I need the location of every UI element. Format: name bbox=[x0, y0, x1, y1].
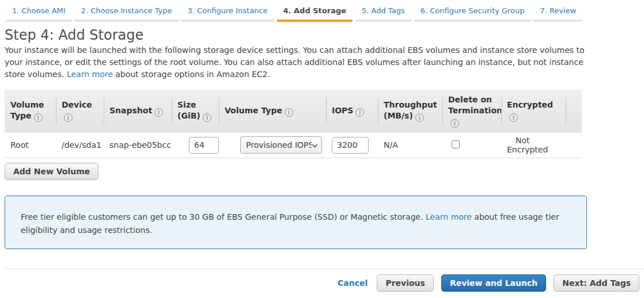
previous-button[interactable]: Previous bbox=[377, 274, 434, 292]
cell-volume-type-select: Provisioned IOPS bbox=[219, 136, 326, 154]
iops-input[interactable] bbox=[332, 137, 369, 154]
info-icon[interactable]: i bbox=[34, 113, 43, 122]
col-header-iops: IOPSi bbox=[326, 90, 378, 132]
cell-volume-type: Root bbox=[5, 140, 56, 150]
tab-add-tags[interactable]: 5. Add Tags bbox=[355, 5, 411, 22]
notice-text-before: Free tier eligible customers can get up … bbox=[21, 212, 426, 221]
info-icon[interactable]: i bbox=[285, 108, 293, 117]
col-header-volume-type-select: Volume Typei bbox=[219, 90, 326, 132]
footer-divider bbox=[5, 268, 644, 269]
info-icon[interactable]: i bbox=[509, 113, 518, 122]
cell-encrypted: Not Encrypted bbox=[501, 136, 566, 154]
info-icon[interactable]: i bbox=[64, 113, 73, 122]
col-header-volume-type: Volume Typei bbox=[5, 90, 56, 132]
info-icon[interactable]: i bbox=[154, 108, 163, 117]
chevron-down-icon bbox=[312, 140, 318, 150]
col-header-encrypted: Encrypted i bbox=[501, 90, 566, 132]
cell-size bbox=[172, 137, 219, 154]
intro-text-after: about storage options in Amazon EC2. bbox=[113, 70, 270, 79]
footer-actions: Cancel Previous Review and Launch Next: … bbox=[338, 274, 639, 292]
col-header-delete-on-termination: Delete on Termination i bbox=[442, 90, 501, 132]
col-header-throughput: Throughput (MB/s)i bbox=[378, 90, 442, 132]
cell-iops bbox=[326, 137, 378, 154]
volume-type-selected-value: Provisioned IOPS bbox=[246, 140, 312, 150]
learn-more-link-storage[interactable]: Learn more bbox=[67, 70, 113, 79]
wizard-tabs: 1. Choose AMI 2. Choose Instance Type 3.… bbox=[6, 5, 582, 22]
add-new-volume-button[interactable]: Add New Volume bbox=[5, 163, 99, 180]
col-header-device: Device i bbox=[56, 90, 104, 132]
info-icon[interactable]: i bbox=[203, 113, 211, 122]
info-icon[interactable]: i bbox=[415, 113, 424, 122]
col-header-size: Size (GiB)i bbox=[172, 90, 219, 132]
info-icon[interactable]: i bbox=[355, 108, 364, 117]
tab-review[interactable]: 7. Review bbox=[533, 5, 582, 22]
col-header-spacer bbox=[566, 90, 582, 132]
intro-text: Your instance will be launched with the … bbox=[5, 44, 586, 81]
tab-choose-instance-type[interactable]: 2. Choose Instance Type bbox=[75, 5, 179, 22]
cell-throughput: N/A bbox=[378, 140, 442, 150]
free-tier-notice: Free tier eligible customers can get up … bbox=[5, 196, 587, 249]
cell-delete-on-termination bbox=[442, 140, 501, 150]
tab-add-storage[interactable]: 4. Add Storage bbox=[277, 5, 353, 22]
size-input[interactable] bbox=[189, 137, 219, 154]
tab-choose-ami[interactable]: 1. Choose AMI bbox=[6, 5, 72, 22]
cell-snapshot: snap-ebe05bcc bbox=[104, 140, 172, 150]
table-header-row: Volume Typei Device i Snapshoti Size (Gi… bbox=[5, 90, 582, 132]
review-and-launch-button[interactable]: Review and Launch bbox=[441, 274, 546, 292]
tab-configure-instance[interactable]: 3. Configure Instance bbox=[181, 5, 274, 22]
storage-volumes-table: Volume Typei Device i Snapshoti Size (Gi… bbox=[5, 90, 582, 158]
delete-on-termination-checkbox[interactable] bbox=[452, 140, 460, 148]
encrypted-status: Not Encrypted bbox=[507, 136, 548, 154]
add-storage-page: 1. Choose AMI 2. Choose Instance Type 3.… bbox=[0, 0, 644, 298]
tab-configure-security-group[interactable]: 6. Configure Security Group bbox=[414, 5, 531, 22]
next-add-tags-button[interactable]: Next: Add Tags bbox=[554, 274, 639, 292]
cell-device: /dev/sda1 bbox=[56, 140, 104, 150]
learn-more-link-free-tier[interactable]: Learn more bbox=[426, 212, 472, 221]
cancel-link[interactable]: Cancel bbox=[338, 278, 368, 288]
col-header-snapshot: Snapshoti bbox=[104, 90, 172, 132]
info-icon[interactable]: i bbox=[450, 119, 459, 128]
volume-type-select[interactable]: Provisioned IOPS bbox=[240, 136, 322, 154]
root-volume-row: Root /dev/sda1 snap-ebe05bcc Provisioned… bbox=[5, 132, 582, 158]
page-title: Step 4: Add Storage bbox=[5, 27, 143, 43]
